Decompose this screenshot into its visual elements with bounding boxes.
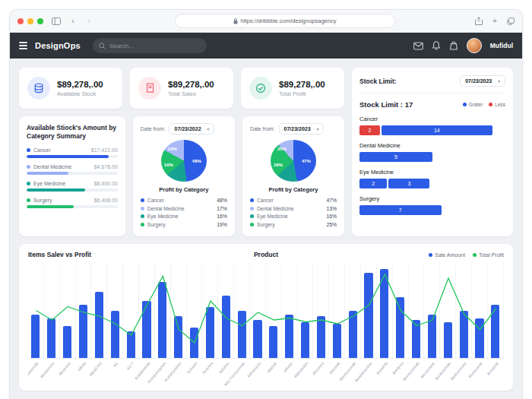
bar[interactable] <box>266 263 282 358</box>
summary-item: Surgery$6,408.00 <box>27 198 118 208</box>
avatar[interactable] <box>467 38 482 53</box>
chevron-down-icon: ▾ <box>317 127 319 131</box>
stock-limit-legend: Grater Less <box>463 102 505 107</box>
pie-slice-label: 19% <box>168 147 177 151</box>
search-input[interactable] <box>109 43 201 49</box>
bar[interactable] <box>409 263 425 358</box>
bar[interactable] <box>202 263 218 358</box>
back-button[interactable]: ‹ <box>68 17 78 25</box>
bar[interactable] <box>298 263 314 358</box>
chrome-actions: + <box>475 17 515 25</box>
profit-pie-card-2023: Date from: 07/23/2023 ▾ 47% 25% 16% <box>242 116 344 236</box>
legend-label: Less <box>495 102 505 107</box>
bar[interactable] <box>187 263 203 358</box>
date-from-label: Date from: <box>141 126 166 131</box>
bar[interactable] <box>282 263 298 358</box>
bar-chart-xlabels: AbemaciclibAbirateroneAbraxaneABVDABVD-P… <box>28 360 504 386</box>
summary-items: Cancer$17,422.00Dental Medicine$4,678.00… <box>27 147 118 208</box>
bar[interactable] <box>171 263 187 358</box>
tabs-overview-icon[interactable] <box>507 17 515 25</box>
menu-icon[interactable] <box>19 42 27 49</box>
browser-chrome: ‹ › https://dribbble.com/designopsagency… <box>10 10 522 33</box>
bar[interactable] <box>393 263 409 358</box>
date-select-2023[interactable]: 07/23/2023 ▾ <box>279 123 325 135</box>
bar[interactable] <box>139 263 155 358</box>
legend-total-profit: Total Profit <box>473 252 504 258</box>
stat-label: Total Profit <box>279 90 325 97</box>
app-navbar: DesignOps Mufidul <box>10 33 522 59</box>
x-axis-label: ABVD-PO <box>91 360 107 386</box>
pie-legend-item: Surgery19% <box>141 222 227 227</box>
chart-title: Items Salev vs Profit <box>28 251 152 258</box>
pie-legend-item: Cancer48% <box>141 198 227 203</box>
stock-limit-date-select[interactable]: 07/23/2023 ▾ <box>460 75 505 87</box>
stat-value: $89,278,.00 <box>279 80 325 89</box>
stock-limit-panel: Stock Limit: 07/23/2023 ▾ Stock Limit : … <box>352 68 513 236</box>
bar[interactable] <box>329 263 345 358</box>
bar[interactable] <box>424 263 440 358</box>
new-tab-button[interactable]: + <box>489 17 500 25</box>
search-box[interactable] <box>93 38 207 53</box>
close-window-button[interactable] <box>17 18 24 24</box>
bar[interactable] <box>107 263 123 358</box>
dashboard-content: $89,278,.00 Available Stock $89,278,.00 … <box>10 59 522 399</box>
pie-slice-label: 16% <box>164 163 173 167</box>
bar[interactable] <box>250 263 266 358</box>
date-select-2022[interactable]: 07/23/2022 ▾ <box>169 123 214 135</box>
legend-label: Grater <box>469 102 483 107</box>
forward-button[interactable]: › <box>84 17 94 25</box>
less-dot <box>489 103 492 106</box>
share-icon[interactable] <box>475 17 483 25</box>
bar[interactable] <box>44 263 60 358</box>
bar[interactable] <box>28 263 44 358</box>
date-from-label: Date from: <box>250 126 275 131</box>
bar[interactable] <box>472 263 488 358</box>
profit-pie-card-2022: Date from: 07/23/2022 ▾ 48% 19% 16% <box>133 116 235 236</box>
bell-icon[interactable] <box>432 41 441 50</box>
stat-card-available-stock: $89,278,.00 Available Stock <box>19 68 122 109</box>
window-controls <box>17 18 43 24</box>
bar[interactable] <box>76 263 92 358</box>
address-bar[interactable]: https://dribbble.com/designopsagency <box>175 14 395 28</box>
profit-badge-icon <box>249 77 272 100</box>
x-axis-label: Bosutinib <box>488 360 504 386</box>
bar[interactable] <box>488 263 504 358</box>
mail-icon[interactable] <box>413 42 423 50</box>
x-axis-label: AC <box>107 360 123 386</box>
bar[interactable] <box>456 263 472 358</box>
stock-icon <box>27 77 50 100</box>
pie-slice-label: 16% <box>274 163 283 167</box>
summary-item: Cancer$17,422.00 <box>27 147 118 158</box>
sidebar-toggle-icon[interactable] <box>52 17 62 25</box>
bar[interactable] <box>91 263 107 358</box>
bag-icon[interactable] <box>449 41 458 50</box>
legend-label: Total Profit <box>479 252 504 258</box>
bar[interactable] <box>313 263 329 358</box>
bar[interactable] <box>361 263 377 358</box>
bar[interactable] <box>155 263 171 358</box>
bar[interactable] <box>440 263 456 358</box>
pie-title: Profit by Category <box>141 186 227 193</box>
legend-label: Sale Amount <box>435 252 465 258</box>
zoom-window-button[interactable] <box>37 18 43 24</box>
pie-legend-item: Surgery25% <box>250 222 337 227</box>
bar[interactable] <box>123 263 139 358</box>
stock-bar: 2 <box>359 179 387 188</box>
lock-icon <box>233 18 238 24</box>
navbar-actions: Mufidul <box>413 38 513 53</box>
bar[interactable] <box>377 263 393 358</box>
stock-bar: 2 <box>359 125 380 135</box>
date-value: 07/23/2023 <box>284 126 311 131</box>
category-summary-card: Available Stiock's Amount by Category Su… <box>19 116 125 236</box>
minimize-window-button[interactable] <box>27 18 33 24</box>
bar[interactable] <box>60 263 76 358</box>
bar[interactable] <box>218 263 234 358</box>
stock-limit-row: Surgery7 <box>359 195 505 215</box>
pie-legend: Cancer48%Dental Medicine17%Eye Medicine1… <box>141 198 227 230</box>
pie-slice-label: 48% <box>192 159 201 163</box>
bar[interactable] <box>345 263 361 358</box>
stats-row: $89,278,.00 Available Stock $89,278,.00 … <box>19 68 344 109</box>
bar[interactable] <box>234 263 250 358</box>
bar-chart-bars <box>28 263 504 358</box>
x-axis-label: Acitretin <box>187 360 203 386</box>
